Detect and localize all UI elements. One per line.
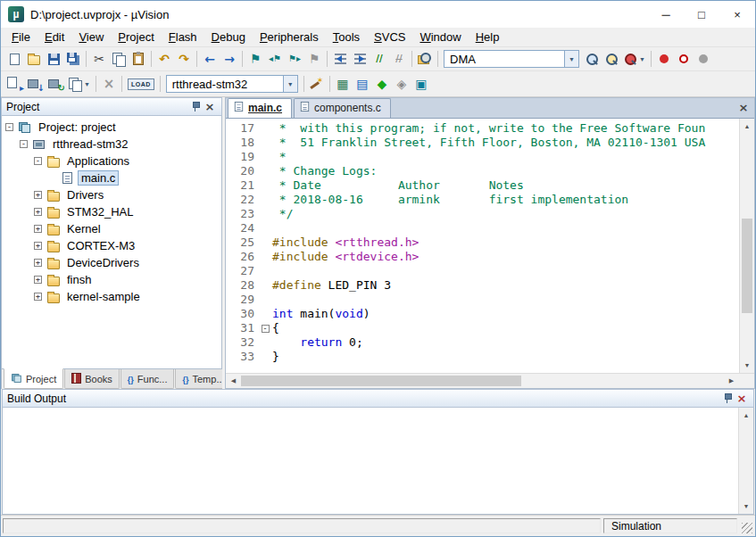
expand-icon[interactable]: + (34, 225, 42, 233)
tree-item-drivers[interactable]: +Drivers (2, 186, 221, 203)
stop-build-icon[interactable]: × (99, 74, 119, 94)
rebuild-icon[interactable]: ↻ (46, 74, 66, 94)
menu-flash[interactable]: Flash (162, 29, 204, 45)
minimize-button[interactable]: ─ (648, 1, 684, 28)
navigate-forward-icon[interactable]: → (220, 49, 239, 69)
expand-icon[interactable]: + (34, 259, 42, 267)
web-search-icon[interactable]: ▼ (621, 49, 648, 69)
close-button[interactable]: × (719, 1, 755, 28)
search-combo[interactable]: DMA▼ (444, 50, 579, 68)
scroll-up-icon[interactable]: ▲ (740, 119, 754, 134)
batch-build-icon[interactable]: ▼ (66, 74, 93, 94)
menu-project[interactable]: Project (111, 29, 161, 45)
manage-project-items-icon[interactable]: ▦ (333, 74, 353, 94)
save-all-icon[interactable] (63, 49, 83, 69)
build-icon[interactable]: ↓ (25, 74, 46, 94)
menu-tools[interactable]: Tools (326, 29, 367, 45)
pin-icon[interactable] (188, 100, 203, 114)
vertical-scroll-thumb[interactable] (742, 219, 752, 312)
kill-breakpoints-icon[interactable] (694, 49, 713, 69)
tree-item-project-project[interactable]: -Project: project (2, 119, 221, 136)
menu-view[interactable]: View (71, 29, 111, 45)
resize-grip-icon[interactable] (740, 518, 752, 533)
select-software-packs-icon[interactable]: ◈ (392, 74, 411, 94)
insert-breakpoint-icon[interactable] (654, 49, 674, 69)
menu-file[interactable]: File (4, 29, 37, 45)
open-file-icon[interactable] (24, 49, 44, 69)
unindent-icon[interactable] (330, 49, 350, 69)
editor-vertical-scrollbar[interactable]: ▲ ▼ (739, 119, 754, 373)
collapse-icon[interactable]: - (20, 140, 28, 148)
expand-icon[interactable]: + (34, 208, 42, 216)
editor-tab-main-c[interactable]: main.c (228, 98, 292, 118)
build-output-scroll-track[interactable] (739, 423, 753, 499)
pack-installer-icon[interactable]: ▣ (411, 74, 431, 94)
scroll-up-icon[interactable]: ▲ (739, 408, 753, 423)
cut-icon[interactable]: ✂ (89, 49, 109, 69)
tree-item-main-c[interactable]: main.c (2, 169, 221, 186)
expand-icon[interactable]: + (34, 276, 42, 284)
save-icon[interactable] (44, 49, 63, 69)
collapse-icon[interactable]: - (5, 123, 13, 131)
target-select-dropdown-icon[interactable]: ▼ (283, 76, 297, 92)
expand-icon[interactable]: + (34, 293, 42, 301)
undo-icon[interactable]: ↶ (154, 49, 174, 69)
navigate-back-icon[interactable]: ← (200, 49, 220, 69)
tree-item-rtthread-stm32[interactable]: -rtthread-stm32 (2, 136, 221, 153)
editor-horizontal-scrollbar[interactable]: ◀ ▶ (226, 373, 739, 388)
panel-tab-books[interactable]: Books (64, 369, 120, 389)
tree-item-finsh[interactable]: +finsh (2, 271, 221, 288)
uncomment-selection-icon[interactable]: // (389, 49, 409, 69)
maximize-button[interactable]: □ (684, 1, 719, 28)
editor-tab-components-c[interactable]: components.c (294, 98, 391, 118)
search-combo-dropdown-icon[interactable]: ▼ (564, 51, 578, 67)
expand-icon[interactable]: + (34, 242, 42, 250)
paste-icon[interactable] (129, 49, 148, 69)
indent-icon[interactable] (350, 49, 370, 69)
copy-icon[interactable] (109, 49, 129, 69)
toggle-bookmark-icon[interactable]: ⚑ (245, 49, 265, 69)
fold-toggle-icon[interactable]: - (262, 325, 270, 333)
horizontal-scroll-track[interactable] (241, 374, 724, 388)
menu-window[interactable]: Window (412, 29, 468, 45)
build-output-content[interactable] (3, 408, 738, 514)
menu-edit[interactable]: Edit (37, 29, 71, 45)
redo-icon[interactable]: ↷ (174, 49, 194, 69)
build-output-scrollbar[interactable]: ▲ ▼ (738, 408, 753, 514)
build-output-close-icon[interactable]: × (735, 392, 749, 406)
previous-bookmark-icon[interactable]: ◂⚑ (265, 49, 285, 69)
menu-peripherals[interactable]: Peripherals (253, 29, 326, 45)
expand-icon[interactable]: + (34, 191, 42, 199)
scroll-down-icon[interactable]: ▼ (740, 358, 754, 373)
scroll-down-icon[interactable]: ▼ (739, 499, 753, 514)
incremental-find-icon[interactable] (602, 49, 621, 69)
tree-item-cortex-m3[interactable]: +CORTEX-M3 (2, 237, 221, 254)
download-icon[interactable]: LOAD (125, 74, 157, 94)
target-select[interactable]: rtthread-stm32▼ (166, 75, 298, 93)
comment-selection-icon[interactable]: // (370, 49, 389, 69)
tree-item-applications[interactable]: -Applications (2, 153, 221, 169)
tree-item-stm32-hal[interactable]: +STM32_HAL (2, 203, 221, 220)
editor-close-icon[interactable]: × (736, 100, 751, 114)
file-extensions-icon[interactable]: ▤ (353, 74, 372, 94)
horizontal-scroll-thumb[interactable] (241, 376, 521, 386)
disable-breakpoint-icon[interactable] (674, 49, 694, 69)
find-in-files-icon[interactable] (415, 49, 435, 69)
panel-tab-func[interactable]: {}Func... (120, 369, 175, 389)
manage-rte-icon[interactable]: ◆ (372, 74, 392, 94)
scroll-right-icon[interactable]: ▶ (724, 374, 739, 388)
panel-tab-project[interactable]: Project (4, 368, 63, 389)
pin-icon[interactable] (720, 392, 735, 406)
menu-svcs[interactable]: SVCS (367, 29, 412, 45)
vertical-scroll-track[interactable] (740, 134, 754, 358)
new-file-icon[interactable] (4, 49, 24, 69)
project-panel-close-icon[interactable]: × (203, 100, 217, 114)
tree-item-kernel[interactable]: +Kernel (2, 220, 221, 237)
clear-bookmarks-icon[interactable]: ⚑ (304, 49, 324, 69)
options-for-target-icon[interactable] (307, 74, 327, 94)
collapse-icon[interactable]: - (34, 157, 42, 165)
code-editor[interactable]: 17 * with this program; if not, write to… (226, 119, 739, 373)
menu-help[interactable]: Help (469, 29, 507, 45)
translate-icon[interactable]: ▸ (4, 74, 25, 94)
tree-item-kernel-sample[interactable]: +kernel-sample (2, 288, 221, 305)
